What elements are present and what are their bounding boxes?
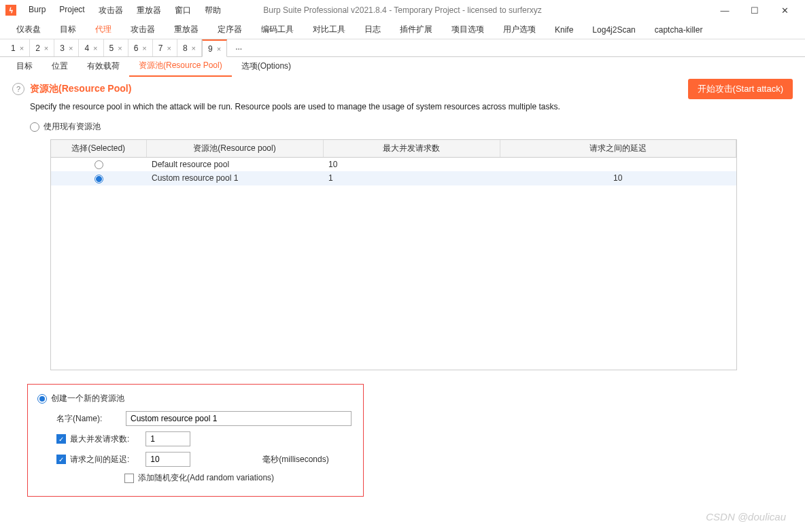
page-heading: 资源池(Resource Pool) [30, 83, 131, 95]
subtab-positions[interactable]: 位置 [42, 56, 78, 76]
tab-project-options[interactable]: 项目选项 [442, 20, 494, 39]
delay-input[interactable] [145, 452, 190, 467]
tab-dashboard[interactable]: 仪表盘 [7, 20, 50, 39]
maximize-icon[interactable]: ☐ [740, 1, 770, 20]
description: Specify the resource pool in which the a… [30, 102, 793, 111]
tab-intruder[interactable]: 攻击器 [121, 20, 165, 39]
delay-checkbox[interactable] [56, 455, 66, 464]
attack-tab-3[interactable]: 3× [54, 39, 79, 56]
minimize-icon[interactable]: — [710, 1, 740, 20]
menu-repeater[interactable]: 重放器 [130, 2, 168, 19]
help-icon[interactable]: ? [12, 83, 24, 95]
attack-tab-6[interactable]: 6× [129, 39, 153, 56]
subtab-payloads[interactable]: 有效载荷 [78, 56, 129, 76]
tab-user-options[interactable]: 用户选项 [494, 20, 545, 39]
close-icon[interactable]: × [142, 44, 146, 52]
create-new-radio[interactable] [37, 394, 47, 404]
col-pool[interactable]: 资源池(Resource pool) [146, 140, 323, 158]
col-delay[interactable]: 请求之间的延迟 [500, 140, 736, 158]
close-icon[interactable]: × [167, 44, 171, 52]
main-tabs: 仪表盘 目标 代理 攻击器 重放器 定序器 编码工具 对比工具 日志 插件扩展 … [0, 20, 805, 39]
attack-tab-2[interactable]: 2× [30, 39, 54, 56]
name-label: 名字(Name): [56, 413, 122, 425]
tab-target[interactable]: 目标 [50, 20, 86, 39]
menu-help[interactable]: 帮助 [198, 2, 228, 19]
tab-extender[interactable]: 插件扩展 [390, 20, 442, 39]
sub-tabs: 目标 位置 有效载荷 资源池(Resource Pool) 选项(Options… [0, 57, 805, 76]
watermark: CSDN @doulicau [706, 511, 786, 522]
close-icon[interactable]: × [118, 44, 122, 52]
subtab-resource-pool[interactable]: 资源池(Resource Pool) [129, 56, 232, 77]
attack-tab-9[interactable]: 9× [202, 39, 227, 57]
close-icon[interactable]: × [192, 44, 196, 52]
menu-burp[interactable]: Burp [22, 2, 52, 19]
app-icon: ϟ [5, 5, 16, 16]
row-radio[interactable] [95, 160, 103, 169]
attack-tab-5[interactable]: 5× [104, 39, 129, 56]
max-requests-checkbox[interactable] [56, 434, 66, 444]
menu-attacker[interactable]: 攻击器 [92, 2, 130, 19]
max-requests-label: 最大并发请求数: [70, 433, 129, 445]
menu-bar: Burp Project 攻击器 重放器 窗口 帮助 [22, 2, 228, 19]
tab-logger[interactable]: 日志 [355, 20, 390, 39]
random-variations-checkbox[interactable] [124, 474, 134, 483]
resource-pool-table: 选择(Selected) 资源池(Resource pool) 最大并发请求数 … [50, 139, 737, 370]
tab-sequencer[interactable]: 定序器 [208, 20, 252, 39]
tab-decoder[interactable]: 编码工具 [252, 20, 303, 39]
create-new-pool-box: 创建一个新的资源池 名字(Name): 最大并发请求数: 请求之间的延迟: 毫秒… [27, 384, 364, 497]
name-input[interactable] [126, 411, 352, 426]
use-existing-label: 使用现有资源池 [44, 121, 101, 132]
tab-comparer[interactable]: 对比工具 [303, 20, 355, 39]
col-selected[interactable]: 选择(Selected) [51, 140, 146, 158]
titlebar: ϟ Burp Project 攻击器 重放器 窗口 帮助 Burp Suite … [0, 0, 805, 20]
delay-label: 请求之间的延迟: [70, 454, 129, 465]
ms-label: 毫秒(milliseconds) [262, 454, 328, 465]
close-icon[interactable]: ✕ [770, 1, 800, 20]
tab-log4j2scan[interactable]: Log4j2Scan [583, 21, 645, 39]
row-radio[interactable] [95, 175, 103, 183]
tab-knife[interactable]: Knife [545, 21, 583, 39]
content-area: ? 资源池(Resource Pool) 开始攻击(Start attack) … [0, 76, 805, 503]
menu-project[interactable]: Project [52, 2, 91, 19]
more-tabs[interactable]: ... [227, 39, 250, 56]
close-icon[interactable]: × [93, 44, 97, 52]
tab-proxy[interactable]: 代理 [86, 20, 121, 39]
close-icon[interactable]: × [20, 44, 24, 52]
start-attack-button[interactable]: 开始攻击(Start attack) [688, 79, 793, 99]
tab-captcha-killer[interactable]: captcha-killer [645, 21, 713, 39]
close-icon[interactable]: × [69, 44, 73, 52]
use-existing-radio[interactable] [30, 122, 39, 132]
random-variations-label: 添加随机变化(Add random variations) [138, 472, 274, 484]
tab-repeater[interactable]: 重放器 [165, 20, 208, 39]
attack-tab-7[interactable]: 7× [153, 39, 177, 56]
attack-tab-8[interactable]: 8× [177, 39, 202, 56]
attack-tabs: 1× 2× 3× 4× 5× 6× 7× 8× 9× ... [0, 39, 805, 57]
subtab-options[interactable]: 选项(Options) [232, 56, 301, 76]
attack-tab-1[interactable]: 1× [5, 39, 30, 56]
window-title: Burp Suite Professional v2021.8.4 - Temp… [263, 5, 541, 15]
max-requests-input[interactable] [145, 431, 190, 446]
col-max-requests[interactable]: 最大并发请求数 [323, 140, 500, 158]
table-row[interactable]: Custom resource pool 1 1 10 [51, 171, 736, 185]
close-icon[interactable]: × [217, 45, 221, 53]
subtab-target[interactable]: 目标 [7, 56, 42, 76]
menu-window[interactable]: 窗口 [168, 2, 198, 19]
create-new-label: 创建一个新的资源池 [51, 393, 124, 404]
close-icon[interactable]: × [44, 44, 48, 52]
attack-tab-4[interactable]: 4× [79, 39, 103, 56]
table-row[interactable]: Default resource pool 10 [51, 158, 736, 172]
